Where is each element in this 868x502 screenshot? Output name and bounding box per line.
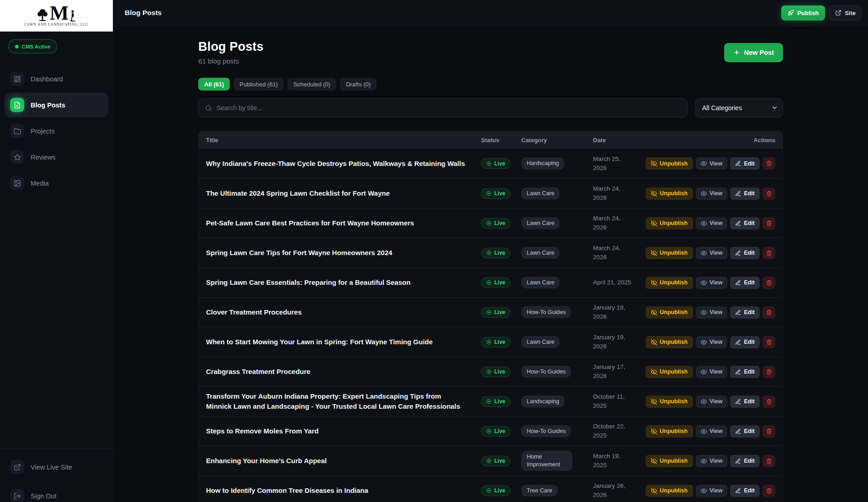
external-link-icon (14, 464, 21, 471)
view-button[interactable]: View (696, 277, 727, 289)
delete-button[interactable] (762, 277, 775, 289)
edit-button[interactable]: Edit (730, 395, 760, 408)
pencil-icon (735, 310, 741, 315)
edit-button[interactable]: Edit (730, 157, 760, 170)
dashboard-grid-icon (14, 75, 21, 83)
unpublish-button[interactable]: Unpublish (646, 157, 693, 170)
view-button[interactable]: View (696, 247, 727, 259)
unpublish-button[interactable]: Unpublish (646, 366, 693, 378)
pencil-icon (735, 488, 741, 494)
star-icon (10, 150, 24, 164)
delete-button[interactable] (762, 157, 775, 170)
table-row: Transform Your Auburn Indiana Property: … (199, 386, 783, 416)
sidebar-item-sign-out[interactable]: Sign Out (5, 483, 108, 502)
delete-button[interactable] (762, 395, 775, 408)
delete-button[interactable] (762, 187, 775, 200)
status-badge: Live (481, 188, 510, 199)
tab-scheduled-0[interactable]: Scheduled (0) (287, 78, 336, 91)
target-icon (486, 220, 492, 226)
search-icon (205, 105, 212, 112)
delete-button[interactable] (762, 336, 775, 348)
col-date: Date (593, 137, 650, 144)
delete-button[interactable] (762, 455, 775, 467)
edit-button[interactable]: Edit (730, 277, 760, 289)
edit-button[interactable]: Edit (730, 336, 760, 348)
view-button[interactable]: View (696, 366, 727, 378)
view-button[interactable]: View (696, 187, 727, 200)
tab-published-61[interactable]: Published (61) (233, 78, 284, 91)
sidebar-item-view-live-site[interactable]: View Live Site (5, 454, 108, 480)
plus-icon (733, 49, 740, 56)
external-link-icon (10, 460, 24, 474)
view-button[interactable]: View (696, 217, 727, 230)
tree-icon (37, 8, 49, 22)
mower-person-icon (69, 9, 76, 22)
post-date: April 21, 2025 (593, 278, 635, 287)
post-title: The Ultimate 2024 Spring Lawn Checklist … (206, 188, 481, 198)
view-button[interactable]: View (696, 157, 727, 170)
category-select[interactable]: All Categories (695, 98, 783, 117)
view-button[interactable]: View (696, 336, 727, 348)
image-icon (10, 176, 24, 190)
tab-drafts-0[interactable]: Drafts (0) (340, 78, 376, 91)
delete-button[interactable] (762, 366, 775, 378)
table-row: Steps to Remove Moles From Yard Live How… (199, 416, 783, 446)
trash-icon (766, 310, 772, 315)
edit-button[interactable]: Edit (730, 455, 760, 467)
search-input[interactable] (217, 104, 681, 112)
delete-button[interactable] (762, 217, 775, 230)
app-window: M LAWN AND LANDSCAPING, LLC CMS Active D… (0, 0, 868, 502)
sidebar-item-blog-posts[interactable]: Blog Posts (5, 92, 108, 117)
status-badge: Live (481, 218, 510, 229)
eye-off-icon (651, 280, 657, 286)
tab-all-61[interactable]: All (61) (198, 78, 230, 91)
sidebar-item-dashboard[interactable]: Dashboard (5, 66, 108, 91)
dashboard-grid-icon (10, 72, 24, 86)
site-button[interactable]: Site (829, 5, 862, 21)
unpublish-button[interactable]: Unpublish (646, 247, 693, 259)
edit-button[interactable]: Edit (730, 366, 760, 378)
status-dot-icon (15, 45, 19, 48)
delete-button[interactable] (762, 425, 775, 438)
view-button[interactable]: View (696, 306, 727, 319)
sidebar-item-media[interactable]: Media (5, 171, 108, 196)
view-button[interactable]: View (696, 395, 727, 408)
status-badge: Live (481, 367, 510, 377)
unpublish-button[interactable]: Unpublish (646, 306, 693, 319)
external-link-icon (835, 10, 842, 16)
sidebar-item-reviews[interactable]: Reviews (5, 144, 108, 170)
edit-button[interactable]: Edit (730, 425, 760, 438)
view-button[interactable]: View (696, 425, 727, 438)
edit-button[interactable]: Edit (730, 306, 760, 319)
post-title: Spring Lawn Care Essentials: Preparing f… (206, 278, 481, 288)
target-icon (486, 250, 492, 256)
unpublish-button[interactable]: Unpublish (646, 187, 693, 200)
unpublish-button[interactable]: Unpublish (646, 336, 693, 348)
edit-button[interactable]: Edit (730, 217, 760, 230)
new-post-button[interactable]: New Post (724, 43, 783, 62)
delete-button[interactable] (762, 485, 775, 497)
view-button[interactable]: View (696, 485, 727, 497)
sidebar-item-projects[interactable]: Projects (5, 118, 108, 144)
eye-icon (701, 310, 707, 315)
unpublish-button[interactable]: Unpublish (646, 395, 693, 408)
delete-button[interactable] (762, 306, 775, 319)
edit-button[interactable]: Edit (730, 485, 760, 497)
unpublish-button[interactable]: Unpublish (646, 455, 693, 467)
unpublish-button[interactable]: Unpublish (646, 217, 693, 230)
unpublish-button[interactable]: Unpublish (646, 485, 693, 497)
publish-button[interactable]: Publish (781, 5, 825, 21)
delete-button[interactable] (762, 247, 775, 259)
edit-button[interactable]: Edit (730, 247, 760, 259)
unpublish-button[interactable]: Unpublish (646, 277, 693, 289)
eye-icon (701, 191, 707, 197)
edit-button[interactable]: Edit (730, 187, 760, 200)
post-title: Pet-Safe Lawn Care Best Practices for Fo… (206, 218, 481, 228)
status-badge: Live (481, 337, 510, 347)
col-title: Title (206, 137, 481, 144)
unpublish-button[interactable]: Unpublish (646, 425, 693, 438)
pencil-icon (735, 250, 741, 256)
table-body: Why Indiana's Freeze-Thaw Cycle Destroys… (199, 149, 783, 502)
main-content: Blog Posts 61 blog posts New Post All (6… (113, 26, 868, 502)
view-button[interactable]: View (696, 455, 727, 467)
